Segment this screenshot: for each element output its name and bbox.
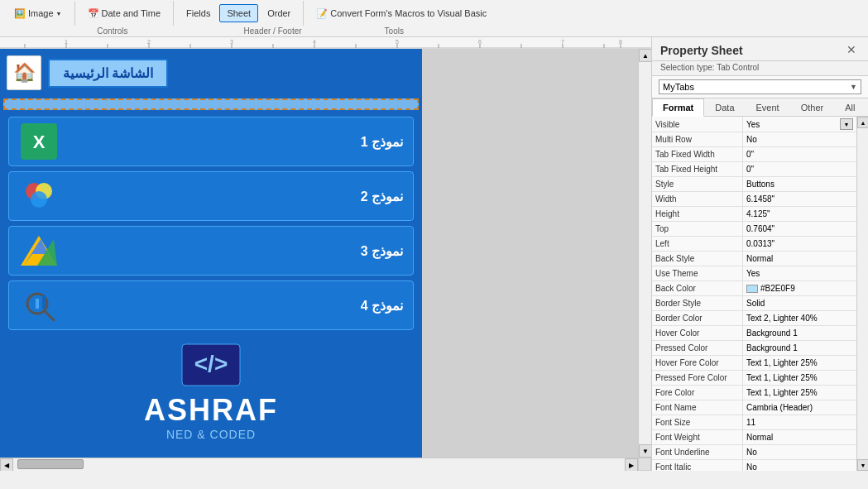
property-value: No bbox=[743, 132, 856, 146]
scroll-down-btn[interactable]: ▼ bbox=[639, 444, 651, 458]
property-row[interactable]: Border ColorText 2, Lighter 40% bbox=[652, 311, 856, 326]
property-row[interactable]: Font ItalicNo bbox=[652, 460, 856, 471]
property-name: Fore Color bbox=[652, 386, 743, 400]
tab-all[interactable]: All bbox=[834, 98, 866, 116]
order-button[interactable]: Order bbox=[260, 4, 298, 22]
prop-scroll-up-btn[interactable]: ▲ bbox=[857, 117, 868, 128]
property-row[interactable]: Tab Fixed Height0" bbox=[652, 162, 856, 177]
header-footer-group-label: Header / Footer bbox=[244, 26, 302, 36]
close-button[interactable]: ✕ bbox=[843, 44, 860, 55]
property-row[interactable]: Width6.1458" bbox=[652, 192, 856, 207]
tab-other[interactable]: Other bbox=[790, 98, 835, 116]
property-name: Back Color bbox=[652, 281, 743, 295]
property-row[interactable]: Use ThemeYes bbox=[652, 266, 856, 281]
property-row[interactable]: Font Size11 bbox=[652, 415, 856, 430]
scroll-thumb-h[interactable] bbox=[17, 459, 84, 469]
image-dropdown-icon: ▼ bbox=[56, 11, 62, 17]
nav-button-1[interactable]: نموذج 1 X bbox=[8, 117, 414, 166]
property-row[interactable]: Back StyleNormal bbox=[652, 252, 856, 266]
property-value: Yes bbox=[743, 266, 856, 280]
property-dropdown-btn[interactable]: ▼ bbox=[840, 118, 853, 130]
scroll-left-btn[interactable]: ◀ bbox=[0, 458, 13, 471]
scroll-track-h[interactable] bbox=[13, 458, 625, 471]
image-icon: 🖼️ bbox=[14, 8, 26, 19]
tab-format[interactable]: Format bbox=[652, 98, 704, 117]
property-value: #B2E0F9 bbox=[743, 281, 856, 295]
property-name: Multi Row bbox=[652, 132, 743, 146]
property-row[interactable]: Back Color#B2E0F9 bbox=[652, 281, 856, 296]
property-name: Font Weight bbox=[652, 430, 743, 444]
svg-text:8: 8 bbox=[619, 39, 622, 45]
property-row[interactable]: Border StyleSolid bbox=[652, 296, 856, 311]
tab-event[interactable]: Event bbox=[746, 98, 790, 116]
property-row[interactable]: Pressed Fore ColorText 1, Lighter 25% bbox=[652, 371, 856, 386]
convert-label: Convert Form's Macros to Visual Basic bbox=[330, 8, 487, 18]
selection-dropdown[interactable]: MyTabs ▼ bbox=[659, 79, 861, 94]
svg-rect-0 bbox=[0, 37, 651, 49]
svg-line-35 bbox=[45, 311, 54, 320]
prop-scroll-track[interactable] bbox=[857, 128, 868, 459]
fields-label: Fields bbox=[186, 8, 210, 18]
scroll-right-btn[interactable]: ▶ bbox=[625, 458, 638, 471]
property-value: Normal bbox=[743, 430, 856, 444]
nav-button-4[interactable]: نموذج 4 bbox=[8, 280, 414, 330]
nav-button-2[interactable]: نموذج 2 bbox=[8, 171, 414, 221]
property-row[interactable]: Height4.125" bbox=[652, 207, 856, 222]
property-row[interactable]: StyleButtons bbox=[652, 177, 856, 192]
brand-sub: NED & CODED bbox=[166, 428, 256, 441]
vertical-scrollbar[interactable]: ▲ ▼ bbox=[638, 49, 651, 458]
date-time-button[interactable]: 📅 Date and Time bbox=[80, 4, 169, 23]
property-value: 0" bbox=[743, 147, 856, 161]
svg-text:</>: </> bbox=[194, 351, 228, 376]
property-row[interactable]: Font WeightNormal bbox=[652, 430, 856, 445]
property-row[interactable]: Tab Fixed Width0" bbox=[652, 147, 856, 162]
tab-selection-indicator[interactable] bbox=[3, 98, 419, 110]
image-button[interactable]: 🖼️ Image ▼ bbox=[7, 4, 70, 23]
brand-area: </> ASHRAF NED & CODED bbox=[0, 340, 422, 441]
home-icon-btn[interactable]: 🏠 bbox=[7, 55, 41, 90]
property-row[interactable]: Top0.7604" bbox=[652, 222, 856, 237]
panel-title: Property Sheet bbox=[660, 44, 743, 57]
convert-button[interactable]: 📝 Convert Form's Macros to Visual Basic bbox=[309, 4, 494, 23]
nav-label-3: نموذج 3 bbox=[361, 243, 403, 259]
ruler-horizontal: 1 2 3 4 5 6 bbox=[0, 37, 651, 49]
property-value: No bbox=[743, 460, 856, 471]
property-value[interactable]: Yes▼ bbox=[743, 117, 856, 132]
property-row[interactable]: Hover Fore ColorText 1, Lighter 25% bbox=[652, 356, 856, 371]
nav-button-3[interactable]: نموذج 3 bbox=[8, 226, 414, 276]
property-value-text: #B2E0F9 bbox=[760, 284, 795, 293]
scroll-up-btn[interactable]: ▲ bbox=[639, 49, 651, 62]
property-row[interactable]: VisibleYes▼ bbox=[652, 117, 856, 132]
property-value: Background 1 bbox=[743, 326, 856, 340]
property-name: Use Theme bbox=[652, 266, 743, 280]
property-row[interactable]: Fore ColorText 1, Lighter 25% bbox=[652, 386, 856, 400]
scroll-track-v[interactable] bbox=[639, 62, 651, 444]
svg-text:6: 6 bbox=[478, 39, 482, 45]
property-name: Border Color bbox=[652, 311, 743, 325]
fields-button[interactable]: Fields bbox=[179, 4, 218, 22]
property-name: Pressed Fore Color bbox=[652, 371, 743, 385]
brand-name: ASHRAF bbox=[144, 393, 278, 428]
property-value: 0.7604" bbox=[743, 222, 856, 236]
svg-rect-37 bbox=[36, 299, 39, 309]
separator bbox=[74, 1, 75, 26]
property-name: Hover Color bbox=[652, 326, 743, 340]
tab-data[interactable]: Data bbox=[704, 98, 745, 116]
property-row[interactable]: Font UnderlineNo bbox=[652, 445, 856, 460]
property-name: Tab Fixed Height bbox=[652, 162, 743, 176]
prop-scroll-down-btn[interactable]: ▼ bbox=[857, 459, 868, 471]
property-row[interactable]: Left0.0313" bbox=[652, 237, 856, 252]
property-row[interactable]: Hover ColorBackground 1 bbox=[652, 326, 856, 341]
horizontal-scrollbar[interactable]: ◀ ▶ bbox=[0, 458, 638, 471]
nav-icon-4 bbox=[19, 285, 59, 325]
property-row[interactable]: Font NameCambria (Header) bbox=[652, 400, 856, 415]
property-row[interactable]: Pressed ColorBackground 1 bbox=[652, 341, 856, 356]
selection-row: MyTabs ▼ bbox=[652, 76, 868, 98]
property-row[interactable]: Multi RowNo bbox=[652, 132, 856, 147]
property-value: Buttons bbox=[743, 177, 856, 191]
property-scrollbar[interactable]: ▲ ▼ bbox=[856, 117, 868, 471]
property-value: Cambria (Header) bbox=[743, 400, 856, 415]
form-page: الشاشة الرئيسية 🏠 نموذج 1 bbox=[0, 49, 638, 458]
property-value: 11 bbox=[743, 415, 856, 429]
sheet-button[interactable]: Sheet bbox=[219, 4, 258, 22]
